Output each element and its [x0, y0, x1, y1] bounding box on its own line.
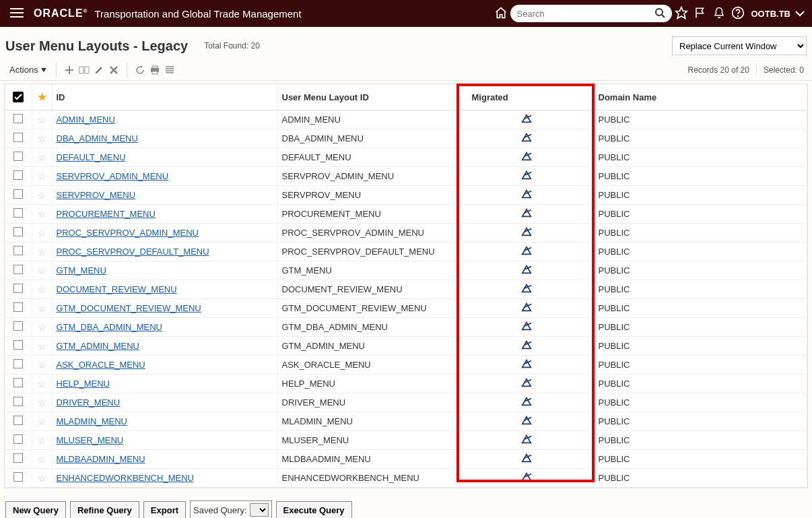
row-checkbox[interactable] [13, 189, 23, 199]
id-link[interactable]: PROCUREMENT_MENU [57, 209, 156, 219]
row-checkbox[interactable] [13, 453, 23, 463]
table-row: ☆GTM_ADMIN_MENUGTM_ADMIN_MENUPUBLIC [5, 337, 807, 356]
id-link[interactable]: SERVPROV_ADMIN_MENU [57, 171, 169, 181]
id-link[interactable]: MLDBAADMIN_MENU [57, 454, 145, 464]
favorite-star-icon[interactable]: ☆ [38, 152, 46, 163]
col-header-domain[interactable]: Domain Name [594, 84, 807, 110]
id-link[interactable]: PROC_SERVPROV_DEFAULT_MENU [57, 247, 209, 257]
list-icon[interactable] [162, 63, 177, 77]
row-checkbox[interactable] [13, 472, 23, 482]
refine-query-button[interactable]: Refine Query [70, 501, 139, 519]
row-checkbox[interactable] [13, 133, 23, 142]
favorite-star-icon[interactable]: ☆ [38, 228, 46, 238]
row-checkbox[interactable] [13, 284, 23, 293]
col-header-layout[interactable]: User Menu Layout ID [277, 84, 459, 110]
row-checkbox[interactable] [13, 246, 23, 255]
new-query-button[interactable]: New Query [5, 501, 66, 519]
row-checkbox[interactable] [13, 265, 23, 274]
col-header-migrated[interactable]: Migrated [459, 84, 594, 110]
notifications-icon[interactable] [710, 6, 729, 22]
row-checkbox[interactable] [13, 227, 23, 236]
favorite-header[interactable]: ★ [32, 84, 52, 110]
actions-menu[interactable]: Actions [5, 62, 50, 77]
row-checkbox[interactable] [13, 340, 23, 350]
id-link[interactable]: GTM_ADMIN_MENU [57, 341, 140, 351]
row-checkbox[interactable] [13, 321, 23, 331]
id-link[interactable]: HELP_MENU [57, 379, 110, 389]
favorite-star-icon[interactable]: ☆ [38, 454, 46, 465]
row-checkbox[interactable] [13, 302, 23, 312]
favorite-star-icon[interactable]: ☆ [38, 322, 46, 333]
favorite-star-icon[interactable]: ☆ [38, 190, 46, 201]
domain-cell: PUBLIC [594, 205, 807, 224]
id-link[interactable]: DBA_ADMIN_MENU [57, 133, 138, 143]
layout-cell: DBA_ADMIN_MENU [277, 129, 459, 148]
search-input[interactable] [517, 9, 654, 19]
export-button[interactable]: Export [143, 501, 186, 519]
favorite-star-icon[interactable]: ☆ [38, 133, 46, 144]
row-checkbox[interactable] [13, 397, 23, 406]
add-icon[interactable] [62, 63, 77, 77]
col-header-id[interactable]: ID [52, 84, 277, 110]
flag-icon[interactable] [691, 7, 710, 21]
table-header-row: ★ ID User Menu Layout ID Migrated Domain… [5, 84, 807, 110]
row-checkbox[interactable] [13, 170, 23, 180]
favorite-star-icon[interactable]: ☆ [38, 341, 46, 352]
id-link[interactable]: DRIVER_MENU [57, 397, 121, 408]
favorite-star-icon[interactable]: ☆ [38, 284, 46, 295]
copy-icon[interactable] [77, 63, 92, 77]
favorite-star-icon[interactable]: ☆ [38, 360, 46, 370]
row-checkbox[interactable] [13, 114, 23, 123]
row-checkbox[interactable] [13, 378, 23, 387]
home-icon[interactable] [492, 7, 510, 21]
svg-rect-11 [79, 67, 83, 73]
help-icon[interactable] [729, 6, 747, 22]
window-mode-select[interactable]: Replace Current Window [672, 36, 807, 55]
execute-query-button[interactable]: Execute Query [276, 501, 352, 519]
table-row: ☆SERVPROV_ADMIN_MENUSERVPROV_ADMIN_MENUP… [5, 167, 807, 186]
id-link[interactable]: ENHANCEDWORKBENCH_MENU [57, 473, 194, 483]
favorite-star-icon[interactable]: ☆ [38, 209, 46, 220]
row-checkbox[interactable] [13, 359, 23, 368]
favorite-star-icon[interactable]: ☆ [38, 171, 46, 182]
select-all-header[interactable] [5, 84, 32, 110]
svg-point-3 [656, 9, 663, 15]
domain-cell: PUBLIC [594, 450, 807, 469]
edit-icon[interactable] [92, 63, 106, 77]
favorite-star-icon[interactable]: ☆ [38, 115, 46, 125]
id-link[interactable]: GTM_MENU [57, 265, 106, 276]
row-checkbox[interactable] [13, 152, 23, 161]
id-link[interactable]: PROC_SERVPROV_ADMIN_MENU [57, 228, 199, 238]
id-link[interactable]: GTM_DOCUMENT_REVIEW_MENU [57, 303, 201, 313]
id-link[interactable]: MLADMIN_MENU [57, 416, 127, 426]
saved-query-select[interactable] [250, 503, 269, 517]
favorite-star-icon[interactable]: ☆ [38, 379, 46, 389]
favorite-star-icon[interactable]: ☆ [38, 397, 46, 408]
favorites-icon[interactable] [672, 6, 691, 22]
id-link[interactable]: ASK_ORACLE_MENU [57, 360, 145, 370]
menu-icon[interactable] [7, 8, 27, 20]
domain-cell: PUBLIC [594, 356, 807, 375]
id-link[interactable]: DOCUMENT_REVIEW_MENU [57, 284, 177, 294]
favorite-star-icon[interactable]: ☆ [38, 265, 46, 276]
row-checkbox[interactable] [13, 416, 23, 425]
favorite-star-icon[interactable]: ☆ [38, 435, 46, 446]
favorite-star-icon[interactable]: ☆ [38, 303, 46, 314]
row-checkbox[interactable] [13, 434, 23, 444]
row-checkbox[interactable] [13, 208, 23, 218]
svg-marker-5 [675, 7, 687, 18]
favorite-star-icon[interactable]: ☆ [38, 247, 46, 257]
search-icon[interactable] [654, 7, 665, 20]
delete-icon[interactable] [106, 63, 121, 77]
favorite-star-icon[interactable]: ☆ [38, 416, 46, 427]
user-menu-chevron-icon[interactable] [794, 9, 805, 19]
id-link[interactable]: GTM_DBA_ADMIN_MENU [57, 322, 162, 332]
id-link[interactable]: SERVPROV_MENU [57, 190, 136, 200]
favorite-star-icon[interactable]: ☆ [38, 473, 46, 484]
layout-cell: PROC_SERVPROV_DEFAULT_MENU [277, 242, 459, 261]
print-icon[interactable] [147, 63, 162, 77]
id-link[interactable]: DEFAULT_MENU [57, 152, 126, 162]
refresh-icon[interactable] [133, 63, 147, 77]
id-link[interactable]: MLUSER_MENU [57, 435, 124, 445]
id-link[interactable]: ADMIN_MENU [57, 115, 115, 125]
